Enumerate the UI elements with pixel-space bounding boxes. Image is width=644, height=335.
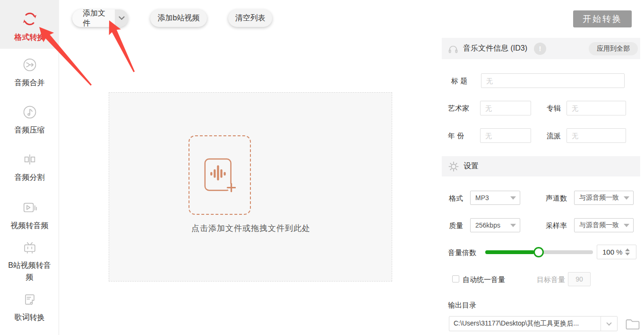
- add-file-button[interactable]: 添加文件: [72, 9, 128, 27]
- merge-icon: [22, 57, 38, 73]
- sidebar-item-video-to-audio[interactable]: 视频转音频: [0, 200, 59, 231]
- add-file-label-segment[interactable]: 添加文件: [72, 9, 115, 27]
- quality-dropdown[interactable]: 256kbps: [470, 218, 520, 232]
- gear-icon: [448, 161, 459, 172]
- browse-folder-button[interactable]: [624, 317, 641, 331]
- sidebar-item-audio-merge[interactable]: 音频合并: [0, 57, 59, 88]
- artist-field-input[interactable]: [480, 101, 531, 115]
- output-path-dropdown-toggle[interactable]: [601, 317, 617, 331]
- lyrics-icon: [22, 291, 38, 308]
- volume-multiplier-label: 音量倍数: [448, 248, 476, 257]
- dropdown-arrow-icon: [624, 196, 629, 200]
- format-value: MP3: [475, 194, 489, 202]
- chevron-down-icon: [606, 320, 611, 326]
- auto-volume-checkbox[interactable]: [452, 275, 459, 282]
- channels-value: 与源音频一致: [579, 194, 619, 202]
- chevron-down-icon: [119, 14, 125, 20]
- sidebar-item-label: 音频分割: [0, 171, 59, 183]
- dropzone-dashed-frame: [189, 135, 251, 215]
- volume-unit-label: %: [616, 248, 622, 256]
- sidebar-item-audio-compress[interactable]: 音频压缩: [0, 104, 59, 136]
- title-field-label: 标 题: [451, 77, 467, 86]
- output-path-input[interactable]: [449, 320, 601, 327]
- samplerate-label: 采样率: [546, 221, 567, 230]
- dropzone-hint-text: 点击添加文件或拖拽文件到此处: [109, 223, 393, 234]
- add-file-button-label: 添加文件: [83, 9, 107, 27]
- output-path-field: [449, 316, 618, 331]
- volume-value-input[interactable]: [597, 248, 615, 256]
- sidebar-item-label: 音频压缩: [0, 124, 59, 136]
- sidebar-item-lyrics-convert[interactable]: 歌词转换: [0, 291, 59, 323]
- album-field-input[interactable]: [567, 101, 626, 115]
- auto-volume-label: 自动统一音量: [463, 275, 505, 284]
- format-dropdown[interactable]: MP3: [470, 191, 520, 205]
- sidebar-item-label: 音频合并: [0, 77, 59, 88]
- sidebar-item-format-convert[interactable]: 格式转换: [0, 0, 59, 49]
- title-field-input[interactable]: [481, 73, 625, 88]
- volume-stepper[interactable]: [625, 248, 630, 256]
- output-dir-label: 输出目录: [448, 301, 476, 310]
- sidebar: 格式转换 音频合并 音频压缩: [0, 0, 59, 335]
- apply-to-all-button[interactable]: 应用到全部: [589, 42, 638, 55]
- settings-section-header: 设置: [442, 156, 640, 176]
- settings-section-title: 设置: [464, 161, 479, 171]
- target-volume-label: 目标音量: [537, 275, 565, 284]
- sidebar-item-bilibili-to-audio[interactable]: B站视频转音频: [0, 239, 59, 283]
- samplerate-dropdown[interactable]: 与源音频一致: [574, 218, 634, 232]
- quality-label: 质量: [449, 221, 463, 230]
- channels-label: 声道数: [546, 194, 567, 203]
- clear-list-button[interactable]: 清空列表: [228, 9, 272, 27]
- year-field-input[interactable]: [480, 128, 531, 143]
- dropdown-arrow-icon: [510, 224, 516, 227]
- channels-dropdown[interactable]: 与源音频一致: [574, 191, 634, 205]
- headphone-icon: [447, 43, 459, 55]
- folder-icon: [625, 317, 640, 330]
- sidebar-item-audio-split[interactable]: 音频分割: [0, 151, 59, 183]
- stepper-down-icon[interactable]: [625, 253, 630, 256]
- format-label: 格式: [449, 194, 463, 203]
- add-audio-file-icon: [204, 158, 236, 194]
- sidebar-item-label: 视频转音频: [0, 220, 59, 231]
- split-icon: [22, 151, 38, 168]
- volume-slider-fill: [485, 250, 534, 254]
- volume-slider-thumb[interactable]: [533, 247, 544, 257]
- album-field-label: 专辑: [547, 104, 561, 113]
- convert-icon: [21, 10, 38, 27]
- artist-field-label: 艺术家: [448, 104, 469, 113]
- clear-list-label: 清空列表: [235, 13, 266, 23]
- dropdown-arrow-icon: [510, 196, 516, 200]
- start-convert-button[interactable]: 开始转换: [573, 10, 632, 27]
- info-exclamation-icon[interactable]: !: [534, 43, 546, 55]
- file-dropzone[interactable]: 点击添加文件或拖拽文件到此处: [109, 92, 392, 282]
- volume-value-box: %: [597, 245, 636, 259]
- quality-value: 256kbps: [475, 221, 500, 229]
- add-bilibili-video-button[interactable]: 添加b站视频: [150, 9, 207, 27]
- video-to-audio-icon: [22, 200, 38, 216]
- samplerate-value: 与源音频一致: [579, 221, 619, 229]
- sidebar-item-label: 格式转换: [0, 31, 59, 43]
- target-volume-input[interactable]: [568, 272, 591, 286]
- id3-section-header: 音乐文件信息 (ID3) ! 应用到全部: [442, 38, 640, 59]
- genre-field-label: 流派: [547, 132, 561, 141]
- add-bilibili-video-label: 添加b站视频: [158, 13, 200, 23]
- year-field-label: 年 份: [448, 132, 464, 141]
- compress-icon: [22, 104, 38, 120]
- genre-field-input[interactable]: [567, 128, 626, 143]
- dropdown-arrow-icon: [624, 224, 629, 227]
- stepper-up-icon[interactable]: [625, 248, 630, 251]
- sidebar-item-label: B站视频转音频: [5, 259, 54, 283]
- id3-section-title: 音乐文件信息 (ID3): [463, 44, 527, 53]
- add-file-dropdown-toggle[interactable]: [115, 9, 128, 27]
- sidebar-item-label: 歌词转换: [0, 311, 59, 323]
- bilibili-tv-icon: [22, 239, 38, 256]
